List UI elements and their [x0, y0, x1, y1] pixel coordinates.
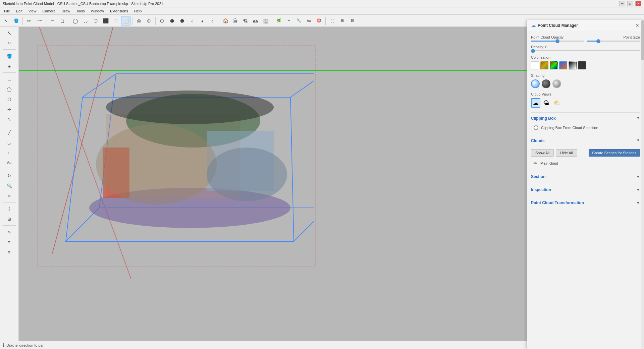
toolbar-freehand[interactable]: 〰: [35, 16, 44, 25]
opacity-thumb-full[interactable]: [555, 39, 559, 43]
menu-tools[interactable]: Tools: [73, 8, 88, 14]
toolbar-terrain5[interactable]: 🎯: [314, 16, 324, 25]
toolbar-circle[interactable]: ◯: [71, 16, 80, 25]
toolbar-camera2[interactable]: 🏛: [231, 16, 240, 25]
panel-title: ☁ Point Cloud Manager: [531, 23, 578, 28]
toolbar-comp6[interactable]: ⬨: [208, 16, 217, 25]
color-btn-earth[interactable]: [540, 61, 548, 69]
panel-scrollbar-thumb[interactable]: [641, 20, 644, 60]
toolbar-plugin2[interactable]: ⊞: [337, 16, 347, 25]
toolbar-terrain2[interactable]: ✂: [284, 16, 293, 25]
menu-extensions[interactable]: Extensions: [107, 8, 131, 14]
tool-paint[interactable]: 🪣: [5, 51, 14, 61]
main-cloud-visibility-toggle[interactable]: 👁: [532, 161, 538, 166]
tool-dimension[interactable]: ↔: [5, 148, 14, 157]
density-slider-thumb[interactable]: [531, 49, 535, 53]
tool-walk[interactable]: 🚶: [5, 204, 14, 214]
cloud-views-section: Cloud Views ☁ 🌤 ⛅: [531, 92, 640, 108]
tool-arc[interactable]: ◡: [5, 138, 14, 147]
toolbar-line2[interactable]: ⬛: [101, 16, 110, 25]
toolbar-terrain3[interactable]: 🔧: [294, 16, 304, 25]
tool-circle[interactable]: ◯: [5, 84, 14, 94]
panel-close-button[interactable]: ✕: [635, 23, 640, 28]
color-btn-rainbow[interactable]: [550, 61, 558, 69]
create-scenes-button[interactable]: Create Scenes for Stations: [589, 149, 640, 157]
hide-all-button[interactable]: Hide All: [556, 149, 577, 157]
tool-section[interactable]: ⊞: [5, 214, 14, 224]
toolbar-pencil[interactable]: ✏: [24, 16, 34, 25]
toolbar-comp4[interactable]: ⬦: [187, 16, 197, 25]
tool-erase[interactable]: ◈: [5, 61, 14, 71]
toolbar-terrain[interactable]: 🌿: [274, 16, 283, 25]
menu-camera[interactable]: Camera: [40, 8, 58, 14]
tool-zoom[interactable]: 🔍: [5, 181, 14, 190]
title-bar: SketchUp to Point Cloud Model - CSU Stab…: [0, 0, 644, 7]
show-all-button[interactable]: Show All: [531, 149, 554, 157]
clouds-header[interactable]: Clouds ▲: [531, 135, 640, 147]
status-info-icon[interactable]: ℹ: [3, 343, 4, 348]
menu-window[interactable]: Window: [88, 8, 107, 14]
tool-layer2[interactable]: ≡: [5, 247, 14, 257]
toolbar-camera1[interactable]: 🏠: [221, 16, 230, 25]
maximize-button[interactable]: □: [627, 1, 633, 6]
cloud-view-btn-2[interactable]: 🌤: [542, 98, 551, 108]
toolbar-comp3[interactable]: ⬣: [177, 16, 187, 25]
close-button[interactable]: ✕: [635, 1, 641, 6]
color-btn-gradient[interactable]: [559, 61, 567, 69]
toolbar-plugin1[interactable]: ⛶: [327, 16, 337, 25]
shading-section: Shading: [531, 73, 640, 88]
section-header[interactable]: Section ▼: [531, 171, 640, 182]
tool-layer[interactable]: ≡: [5, 237, 14, 247]
shading-btn-outline[interactable]: [552, 79, 561, 88]
toolbar-camera4[interactable]: 🏘: [251, 16, 260, 25]
color-btn-white[interactable]: [531, 61, 539, 69]
pct-header[interactable]: Point Cloud Transformation ▼: [531, 197, 640, 209]
toolbar-terrain4[interactable]: Aa: [304, 16, 314, 25]
toolbar-active-tool[interactable]: ⬜: [121, 16, 130, 25]
toolbar-camera3[interactable]: 🏗: [241, 16, 250, 25]
tool-rect[interactable]: ▭: [5, 74, 14, 84]
toolbar-shape[interactable]: ⬡: [91, 16, 100, 25]
toolbar-comp5[interactable]: ⬧: [198, 16, 207, 25]
toolbar-camera5[interactable]: 🏢: [261, 16, 270, 25]
tool-axes[interactable]: ⊕: [5, 227, 14, 237]
tool-scale[interactable]: ⤡: [5, 115, 14, 124]
toolbar-comp2[interactable]: ⬢: [167, 16, 177, 25]
inspection-header[interactable]: Inspection ▼: [531, 184, 640, 195]
toolbar-paint[interactable]: 🪣: [11, 16, 21, 25]
toolbar-select[interactable]: ↖: [1, 16, 11, 25]
tool-space-mouse[interactable]: ⊙: [5, 38, 14, 48]
toolbar-arc[interactable]: ◡: [81, 16, 90, 25]
toolbar-component[interactable]: ⬡: [157, 16, 167, 25]
clipping-box-radio[interactable]: [534, 125, 538, 130]
tool-line[interactable]: ╱: [5, 128, 14, 137]
tool-move[interactable]: ✛: [5, 105, 14, 114]
shading-btn-dark[interactable]: [542, 79, 550, 88]
panel-scrollbar[interactable]: [641, 20, 644, 349]
tool-zoom2[interactable]: ⊕: [5, 191, 14, 200]
minimize-button[interactable]: ─: [619, 1, 625, 6]
cloud-view-btn-1[interactable]: ☁: [531, 98, 540, 108]
color-btn-intensity[interactable]: [569, 61, 577, 69]
menu-draw[interactable]: Draw: [59, 8, 73, 14]
tool-select[interactable]: ↖: [5, 28, 14, 38]
menu-help[interactable]: Help: [131, 8, 145, 14]
toolbar-eraser[interactable]: ◎: [134, 16, 144, 25]
svg-line-3: [290, 97, 294, 241]
menu-view[interactable]: View: [26, 8, 39, 14]
pointsize-thumb-full[interactable]: [596, 39, 600, 43]
tool-text[interactable]: Aa: [5, 158, 14, 167]
clipping-box-header[interactable]: Clipping Box ▲: [531, 113, 640, 124]
toolbar-rect[interactable]: ▭: [48, 16, 57, 25]
shading-btn-light[interactable]: [531, 79, 540, 88]
cloud-view-btn-3[interactable]: ⛅: [552, 98, 562, 108]
menu-file[interactable]: File: [1, 8, 13, 14]
toolbar-rect2[interactable]: ◻: [58, 16, 67, 25]
toolbar-pushpull[interactable]: ⬚: [111, 16, 120, 25]
tool-shape[interactable]: ⬡: [5, 95, 14, 104]
toolbar-plugin3[interactable]: ⊟: [347, 16, 357, 25]
toolbar-measure[interactable]: ⊕: [144, 16, 154, 25]
color-btn-black[interactable]: [578, 61, 586, 69]
tool-orbit[interactable]: ↻: [5, 171, 14, 180]
menu-edit[interactable]: Edit: [13, 8, 25, 14]
